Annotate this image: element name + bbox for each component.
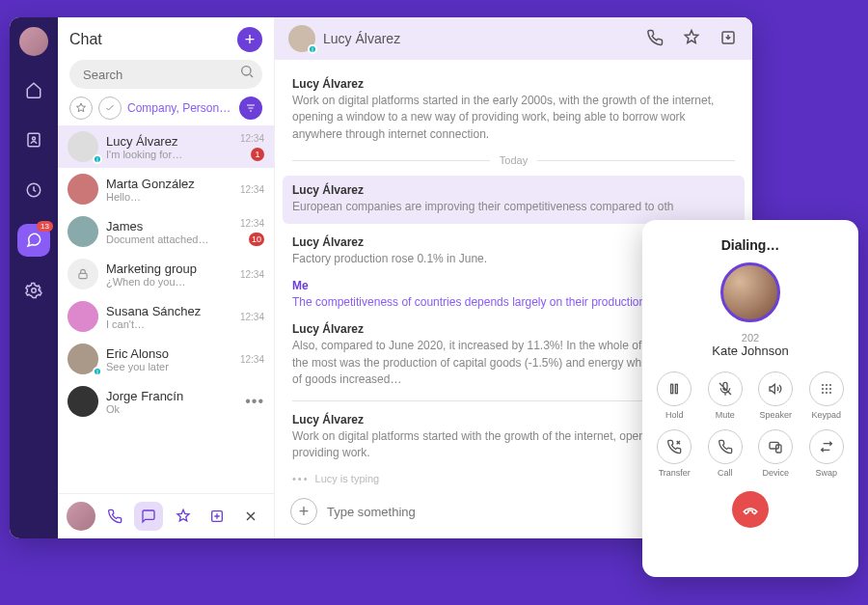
conversation-title: Lucy Álvarez [323, 31, 629, 46]
user-avatar[interactable] [19, 27, 48, 56]
chat-preview: I can't… [106, 318, 232, 330]
presence-icon: i [93, 367, 102, 376]
hangup-button[interactable] [732, 491, 769, 528]
chat-preview: Document attached… [106, 234, 232, 245]
svg-point-17 [826, 392, 827, 394]
svg-point-10 [822, 384, 824, 386]
svg-rect-5 [79, 273, 87, 278]
app-window: 13 Chat + Company, Personal, Coll… [10, 17, 752, 538]
call-keypad-button[interactable]: Keypad [806, 371, 848, 420]
nav-chat-badge: 13 [37, 221, 53, 232]
call-transfer-button[interactable]: Transfer [654, 429, 695, 478]
search-input[interactable] [69, 60, 262, 89]
call-button-label: Keypad [811, 410, 841, 420]
chat-item[interactable]: Marta González Hello… 12:34 [58, 168, 274, 210]
call-mute-button[interactable]: Mute [705, 371, 746, 420]
call-avatar [720, 262, 780, 322]
transfer-icon [666, 439, 682, 454]
swap-icon [819, 439, 834, 454]
unread-badge: 10 [249, 233, 264, 246]
message-body: Work on digital platforms started in the… [292, 93, 735, 143]
quick-action-favorite[interactable] [169, 502, 198, 531]
speaker-icon [768, 381, 783, 397]
quick-action-close[interactable] [236, 502, 265, 531]
search-icon [239, 64, 255, 83]
favorite-filter-button[interactable] [69, 96, 93, 120]
chat-avatar: i [68, 131, 98, 162]
sidebar: Chat + Company, Personal, Coll… i [58, 17, 275, 538]
sidebar-title: Chat [69, 31, 102, 48]
chat-time: 12:34 [240, 184, 264, 195]
call-button-label: Device [762, 468, 789, 478]
chat-avatar [68, 301, 98, 332]
chat-more-button[interactable]: ••• [245, 393, 264, 410]
phone-icon [107, 509, 122, 524]
chat-item[interactable]: James Document attached… 12:34 10 [58, 210, 274, 253]
home-icon [25, 81, 42, 98]
filter-dropdown[interactable]: Company, Personal, Coll… [127, 101, 233, 115]
chat-item[interactable]: Marketing group ¿When do you… 12:34 [58, 253, 274, 295]
new-chat-button[interactable]: + [237, 27, 262, 52]
star-icon [75, 102, 87, 114]
call-controls: Hold Mute Speaker Keypad Transfer Call D… [654, 371, 847, 478]
nav-settings[interactable] [17, 274, 50, 307]
quick-action-chat[interactable] [134, 502, 163, 531]
chat-preview: Hello… [106, 191, 232, 203]
quick-action-call[interactable] [100, 502, 129, 531]
typing-text: Lucy is typing [315, 473, 380, 484]
quick-action-avatar[interactable] [67, 502, 95, 531]
call-status: Dialing… [721, 237, 780, 253]
call-speaker-button[interactable]: Speaker [755, 371, 797, 420]
device-icon [768, 439, 783, 454]
search-wrap [58, 60, 274, 96]
svg-point-3 [32, 289, 37, 293]
chat-item[interactable]: i Lucy Álvarez I'm looking for… 12:34 1 [58, 125, 274, 168]
compose-attach-button[interactable]: + [290, 498, 317, 525]
nav-contacts[interactable] [17, 124, 50, 156]
nav-chat[interactable]: 13 [17, 224, 50, 257]
conversation-header: i Lucy Álvarez [275, 17, 752, 60]
message-sender: Lucy Álvarez [292, 77, 735, 91]
svg-point-13 [822, 388, 824, 390]
chat-name: Marketing group [106, 261, 232, 276]
read-filter-button[interactable] [98, 96, 122, 120]
lock-icon [76, 267, 90, 281]
chat-time: 12:34 [240, 312, 264, 322]
chat-item[interactable]: Susana Sánchez I can't… 12:34 [58, 295, 274, 338]
chat-name: James [106, 219, 232, 234]
chat-item[interactable]: Jorge Francín Ok ••• [58, 380, 274, 423]
svg-point-14 [826, 388, 827, 390]
call-hold-button[interactable]: Hold [654, 371, 695, 420]
presence-icon: i [308, 44, 317, 54]
pause-icon [666, 381, 682, 397]
header-popout-button[interactable] [719, 29, 739, 48]
chat-name: Susana Sánchez [106, 304, 232, 318]
nav-recent[interactable] [17, 174, 50, 206]
header-call-button[interactable] [646, 29, 665, 48]
chat-item[interactable]: i Eric Alonso See you later 12:34 [58, 338, 274, 380]
date-divider: Today [292, 154, 735, 166]
chat-list: i Lucy Álvarez I'm looking for… 12:34 1 … [58, 125, 274, 493]
call-swap-button[interactable]: Swap [806, 429, 848, 478]
star-icon [683, 29, 700, 46]
header-avatar[interactable]: i [288, 25, 315, 52]
quick-action-share[interactable] [203, 502, 231, 531]
filter-row: Company, Personal, Coll… [58, 96, 274, 125]
close-icon [243, 509, 258, 524]
sidebar-header: Chat + [58, 17, 274, 60]
svg-point-15 [829, 388, 831, 390]
call-panel: Dialing… 202 Kate Johnson Hold Mute Spea… [642, 220, 858, 577]
chat-time: 12:34 [240, 269, 264, 280]
svg-point-4 [242, 67, 251, 75]
header-favorite-button[interactable] [683, 29, 702, 48]
call-button-label: Swap [815, 468, 837, 478]
share-icon [209, 509, 225, 524]
filter-button[interactable] [239, 96, 262, 120]
call-device-button[interactable]: Device [755, 429, 797, 478]
chat-time: 12:34 [240, 218, 264, 229]
message-highlighted[interactable]: Lucy Álvarez European companies are impr… [283, 176, 745, 223]
call-button-label: Hold [665, 410, 684, 420]
call-add-button[interactable]: Call [705, 429, 746, 478]
nav-home[interactable] [17, 73, 50, 106]
chat-preview: Ok [106, 403, 237, 415]
